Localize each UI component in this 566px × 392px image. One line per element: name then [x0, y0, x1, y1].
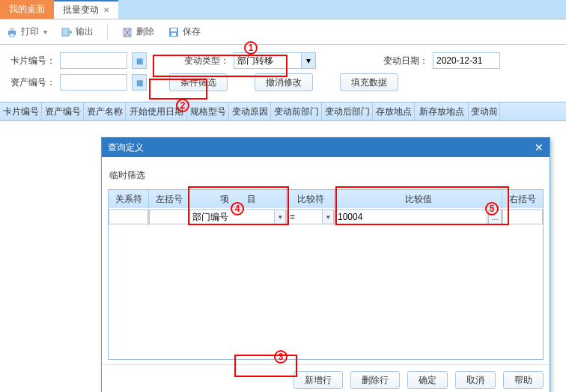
- button-label: 填充数据: [351, 76, 387, 89]
- tab-label: 批量变动: [63, 4, 99, 16]
- dialog-footer: 新增行 删除行 确定 取消 帮助: [102, 364, 550, 392]
- chevron-down-icon[interactable]: ▾: [301, 52, 316, 69]
- export-button[interactable]: 输出: [61, 25, 94, 38]
- fill-data-button[interactable]: 填充数据: [340, 73, 398, 91]
- undo-button[interactable]: 撤消修改: [255, 73, 313, 91]
- toolbar-label: 输出: [76, 25, 94, 38]
- button-label: 删除行: [362, 374, 389, 387]
- grid-body: [0, 121, 566, 133]
- button-label: 帮助: [514, 374, 532, 387]
- tab-my-desktop[interactable]: 我的桌面: [0, 0, 54, 19]
- svg-rect-2: [10, 34, 14, 37]
- separator: [107, 25, 108, 40]
- cell-relation[interactable]: [109, 208, 149, 226]
- ok-button[interactable]: 确定: [407, 371, 448, 389]
- grid-header: 卡片编号 资产编号 资产名称 开始使用日期 规格型号 变动原因 变动前部门 变动…: [0, 102, 566, 121]
- picker-icon: ▦: [136, 79, 143, 87]
- asset-no-picker[interactable]: ▦: [132, 74, 147, 91]
- grid-col[interactable]: 资产编号: [42, 102, 84, 120]
- col-value[interactable]: 比较值: [335, 190, 502, 208]
- export-icon: [61, 26, 73, 38]
- change-type-value[interactable]: [234, 52, 301, 69]
- lparen-input[interactable]: [149, 209, 189, 224]
- col-relation[interactable]: 关系符: [109, 190, 149, 208]
- button-label: 取消: [466, 374, 484, 387]
- asset-no-input[interactable]: [60, 74, 127, 91]
- compare-input[interactable]: [287, 209, 322, 224]
- condition-row: ▾ ▾ …: [109, 208, 543, 226]
- grid-col[interactable]: 新存放地点: [415, 102, 469, 120]
- dialog-body: 临时筛选 关系符 左括号 项 目 比较符 比较值 右括号 ▾ ▾: [102, 157, 550, 364]
- svg-rect-1: [10, 28, 14, 31]
- toolbar-label: 打印: [21, 25, 39, 38]
- save-icon: [168, 26, 180, 38]
- grid-col[interactable]: 变动前部门: [271, 102, 322, 120]
- asset-no-label: 资产编号：: [10, 76, 55, 89]
- help-button[interactable]: 帮助: [503, 371, 544, 389]
- toolbar-label: 保存: [183, 25, 201, 38]
- grid-col[interactable]: 资产名称: [84, 102, 126, 120]
- delrow-button[interactable]: 删除行: [350, 371, 400, 389]
- change-date-value[interactable]: [433, 52, 500, 69]
- grid-col[interactable]: 变动后部门: [322, 102, 373, 120]
- toolbar-label: 删除: [136, 25, 154, 38]
- delete-icon: [121, 26, 133, 38]
- grid-col[interactable]: 卡片编号: [0, 102, 42, 120]
- condition-grid: 关系符 左括号 项 目 比较符 比较值 右括号 ▾ ▾ …: [108, 189, 544, 360]
- card-no-picker[interactable]: ▦: [132, 52, 147, 69]
- cell-value[interactable]: …: [335, 208, 502, 226]
- toolbar: 打印 ▾ 输出 删除 保存: [0, 19, 566, 45]
- relation-input[interactable]: [109, 209, 148, 224]
- tab-batch-change[interactable]: 批量变动 ✕: [54, 0, 118, 19]
- chevron-down-icon[interactable]: ▾: [274, 209, 286, 224]
- save-button[interactable]: 保存: [168, 25, 201, 38]
- grid-col[interactable]: 变动前: [469, 102, 500, 120]
- newrow-button[interactable]: 新增行: [293, 371, 343, 389]
- rparen-input[interactable]: [502, 209, 543, 224]
- col-lparen[interactable]: 左括号: [149, 190, 189, 208]
- ellipsis-icon[interactable]: …: [488, 209, 502, 224]
- cancel-button[interactable]: 取消: [455, 371, 496, 389]
- chevron-down-icon: ▾: [43, 28, 47, 36]
- button-label: 确定: [419, 374, 436, 387]
- tab-label: 我的桌面: [9, 3, 45, 16]
- svg-rect-6: [171, 28, 177, 31]
- query-dialog: 查询定义 ✕ 临时筛选 关系符 左括号 项 目 比较符 比较值 右括号 ▾ ▾: [101, 137, 550, 392]
- button-label: 条件筛选: [180, 76, 216, 89]
- grid-empty-space: [109, 226, 543, 359]
- picker-icon: ▦: [136, 57, 143, 65]
- svg-rect-7: [171, 33, 176, 36]
- printer-icon: [6, 26, 18, 38]
- filter-button[interactable]: 条件筛选: [169, 73, 228, 91]
- grid-col[interactable]: 规格型号: [187, 102, 229, 120]
- cell-lparen[interactable]: [149, 208, 189, 226]
- button-label: 撤消修改: [266, 76, 302, 89]
- condition-grid-header: 关系符 左括号 项 目 比较符 比较值 右括号: [109, 190, 543, 208]
- change-type-combo[interactable]: ▾: [234, 52, 316, 69]
- grid-col[interactable]: 存放地点: [373, 102, 415, 120]
- dialog-titlebar[interactable]: 查询定义 ✕: [102, 138, 550, 157]
- grid-col[interactable]: 变动原因: [229, 102, 271, 120]
- close-icon[interactable]: ✕: [103, 6, 109, 14]
- cell-compare[interactable]: ▾: [287, 208, 335, 226]
- filter-zone: 卡片编号： ▦ 变动类型： ▾ 变动日期： 资产编号： ▦ 条件筛选 撤消修改 …: [0, 45, 566, 99]
- delete-button[interactable]: 删除: [121, 25, 154, 38]
- tab-bar: 我的桌面 批量变动 ✕: [0, 0, 566, 19]
- chevron-down-icon[interactable]: ▾: [322, 209, 334, 224]
- change-type-label: 变动类型：: [169, 55, 229, 67]
- grid-col[interactable]: 开始使用日期: [126, 102, 187, 120]
- col-rparen[interactable]: 右括号: [502, 190, 543, 208]
- col-compare[interactable]: 比较符: [287, 190, 335, 208]
- print-button[interactable]: 打印 ▾: [6, 25, 47, 38]
- dialog-subtitle: 临时筛选: [108, 165, 544, 189]
- close-icon[interactable]: ✕: [535, 141, 544, 153]
- col-item[interactable]: 项 目: [189, 190, 287, 208]
- dialog-title: 查询定义: [108, 141, 144, 154]
- cell-rparen[interactable]: [502, 208, 543, 226]
- value-input[interactable]: [335, 209, 487, 224]
- cell-item[interactable]: ▾: [189, 208, 287, 226]
- card-no-label: 卡片编号：: [10, 55, 55, 67]
- change-date-label: 变动日期：: [361, 55, 428, 67]
- item-input[interactable]: [189, 209, 274, 224]
- card-no-input[interactable]: [60, 52, 127, 69]
